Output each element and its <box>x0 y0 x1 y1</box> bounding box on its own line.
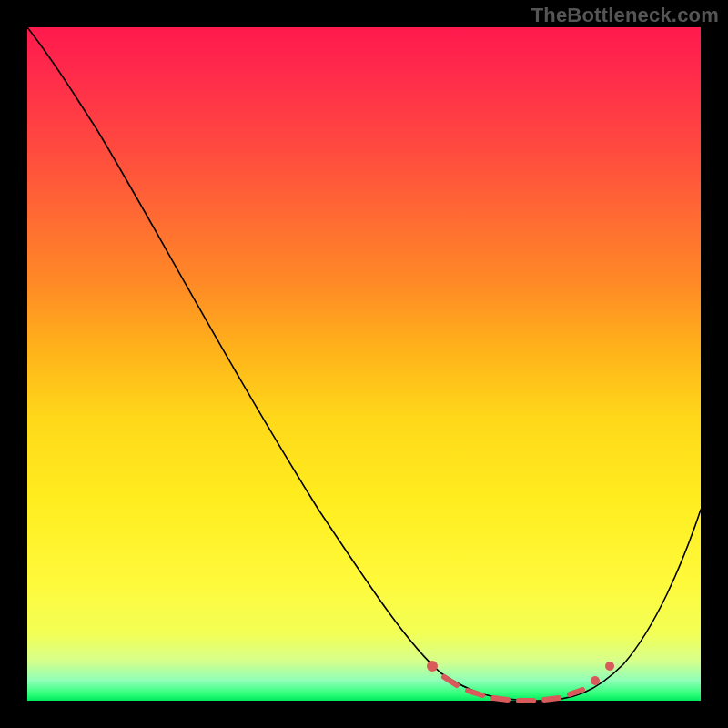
svg-line-1 <box>444 677 457 685</box>
watermark-text: TheBottleneck.com <box>531 4 719 27</box>
optimal-range-marker <box>427 661 614 701</box>
chart-frame: TheBottleneck.com <box>0 0 728 728</box>
svg-point-7 <box>591 676 600 685</box>
svg-point-0 <box>427 661 438 672</box>
svg-line-3 <box>493 698 508 700</box>
svg-line-5 <box>544 698 559 700</box>
bottleneck-curve <box>27 27 701 701</box>
plot-area <box>27 27 701 701</box>
chart-svg <box>27 27 701 701</box>
svg-point-8 <box>605 662 614 671</box>
svg-line-2 <box>468 691 482 695</box>
